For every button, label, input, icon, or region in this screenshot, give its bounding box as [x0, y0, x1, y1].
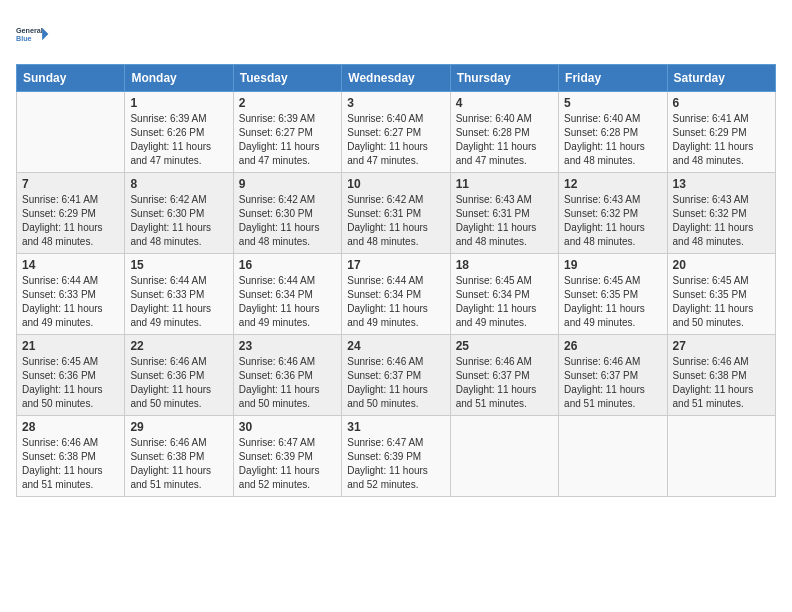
cell-content: Sunrise: 6:43 AM Sunset: 6:32 PM Dayligh…	[564, 193, 661, 249]
day-number: 27	[673, 339, 770, 353]
calendar-cell: 28Sunrise: 6:46 AM Sunset: 6:38 PM Dayli…	[17, 416, 125, 497]
day-number: 10	[347, 177, 444, 191]
header-day-saturday: Saturday	[667, 65, 775, 92]
calendar-header-row: SundayMondayTuesdayWednesdayThursdayFrid…	[17, 65, 776, 92]
cell-content: Sunrise: 6:46 AM Sunset: 6:37 PM Dayligh…	[564, 355, 661, 411]
day-number: 12	[564, 177, 661, 191]
calendar-cell: 3Sunrise: 6:40 AM Sunset: 6:27 PM Daylig…	[342, 92, 450, 173]
logo-icon: GeneralBlue	[16, 16, 52, 52]
calendar-week-3: 14Sunrise: 6:44 AM Sunset: 6:33 PM Dayli…	[17, 254, 776, 335]
cell-content: Sunrise: 6:46 AM Sunset: 6:36 PM Dayligh…	[239, 355, 336, 411]
calendar-cell: 7Sunrise: 6:41 AM Sunset: 6:29 PM Daylig…	[17, 173, 125, 254]
cell-content: Sunrise: 6:46 AM Sunset: 6:38 PM Dayligh…	[673, 355, 770, 411]
calendar-cell: 10Sunrise: 6:42 AM Sunset: 6:31 PM Dayli…	[342, 173, 450, 254]
day-number: 3	[347, 96, 444, 110]
calendar-cell: 14Sunrise: 6:44 AM Sunset: 6:33 PM Dayli…	[17, 254, 125, 335]
calendar-cell: 2Sunrise: 6:39 AM Sunset: 6:27 PM Daylig…	[233, 92, 341, 173]
cell-content: Sunrise: 6:39 AM Sunset: 6:27 PM Dayligh…	[239, 112, 336, 168]
day-number: 14	[22, 258, 119, 272]
day-number: 11	[456, 177, 553, 191]
day-number: 2	[239, 96, 336, 110]
cell-content: Sunrise: 6:46 AM Sunset: 6:37 PM Dayligh…	[456, 355, 553, 411]
day-number: 24	[347, 339, 444, 353]
cell-content: Sunrise: 6:42 AM Sunset: 6:31 PM Dayligh…	[347, 193, 444, 249]
day-number: 15	[130, 258, 227, 272]
calendar-cell: 21Sunrise: 6:45 AM Sunset: 6:36 PM Dayli…	[17, 335, 125, 416]
calendar-cell: 1Sunrise: 6:39 AM Sunset: 6:26 PM Daylig…	[125, 92, 233, 173]
calendar-cell	[559, 416, 667, 497]
page-header: GeneralBlue	[16, 16, 776, 52]
header-day-friday: Friday	[559, 65, 667, 92]
calendar-body: 1Sunrise: 6:39 AM Sunset: 6:26 PM Daylig…	[17, 92, 776, 497]
calendar-cell: 18Sunrise: 6:45 AM Sunset: 6:34 PM Dayli…	[450, 254, 558, 335]
cell-content: Sunrise: 6:44 AM Sunset: 6:33 PM Dayligh…	[130, 274, 227, 330]
calendar-cell: 17Sunrise: 6:44 AM Sunset: 6:34 PM Dayli…	[342, 254, 450, 335]
svg-text:General: General	[16, 26, 43, 35]
day-number: 9	[239, 177, 336, 191]
day-number: 26	[564, 339, 661, 353]
day-number: 28	[22, 420, 119, 434]
day-number: 4	[456, 96, 553, 110]
cell-content: Sunrise: 6:39 AM Sunset: 6:26 PM Dayligh…	[130, 112, 227, 168]
day-number: 21	[22, 339, 119, 353]
header-day-sunday: Sunday	[17, 65, 125, 92]
day-number: 7	[22, 177, 119, 191]
day-number: 19	[564, 258, 661, 272]
calendar-cell: 19Sunrise: 6:45 AM Sunset: 6:35 PM Dayli…	[559, 254, 667, 335]
calendar-week-4: 21Sunrise: 6:45 AM Sunset: 6:36 PM Dayli…	[17, 335, 776, 416]
cell-content: Sunrise: 6:41 AM Sunset: 6:29 PM Dayligh…	[22, 193, 119, 249]
header-day-thursday: Thursday	[450, 65, 558, 92]
calendar-table: SundayMondayTuesdayWednesdayThursdayFrid…	[16, 64, 776, 497]
day-number: 8	[130, 177, 227, 191]
day-number: 17	[347, 258, 444, 272]
calendar-week-2: 7Sunrise: 6:41 AM Sunset: 6:29 PM Daylig…	[17, 173, 776, 254]
cell-content: Sunrise: 6:44 AM Sunset: 6:34 PM Dayligh…	[239, 274, 336, 330]
day-number: 25	[456, 339, 553, 353]
cell-content: Sunrise: 6:47 AM Sunset: 6:39 PM Dayligh…	[347, 436, 444, 492]
cell-content: Sunrise: 6:43 AM Sunset: 6:32 PM Dayligh…	[673, 193, 770, 249]
svg-marker-2	[42, 28, 48, 41]
cell-content: Sunrise: 6:46 AM Sunset: 6:37 PM Dayligh…	[347, 355, 444, 411]
calendar-cell	[667, 416, 775, 497]
day-number: 16	[239, 258, 336, 272]
calendar-cell: 6Sunrise: 6:41 AM Sunset: 6:29 PM Daylig…	[667, 92, 775, 173]
calendar-cell: 22Sunrise: 6:46 AM Sunset: 6:36 PM Dayli…	[125, 335, 233, 416]
calendar-cell: 9Sunrise: 6:42 AM Sunset: 6:30 PM Daylig…	[233, 173, 341, 254]
day-number: 6	[673, 96, 770, 110]
cell-content: Sunrise: 6:45 AM Sunset: 6:35 PM Dayligh…	[564, 274, 661, 330]
cell-content: Sunrise: 6:43 AM Sunset: 6:31 PM Dayligh…	[456, 193, 553, 249]
day-number: 23	[239, 339, 336, 353]
cell-content: Sunrise: 6:45 AM Sunset: 6:36 PM Dayligh…	[22, 355, 119, 411]
header-day-wednesday: Wednesday	[342, 65, 450, 92]
cell-content: Sunrise: 6:46 AM Sunset: 6:38 PM Dayligh…	[130, 436, 227, 492]
header-day-tuesday: Tuesday	[233, 65, 341, 92]
svg-text:Blue: Blue	[16, 34, 32, 43]
calendar-cell: 4Sunrise: 6:40 AM Sunset: 6:28 PM Daylig…	[450, 92, 558, 173]
day-number: 1	[130, 96, 227, 110]
calendar-cell: 11Sunrise: 6:43 AM Sunset: 6:31 PM Dayli…	[450, 173, 558, 254]
calendar-cell: 30Sunrise: 6:47 AM Sunset: 6:39 PM Dayli…	[233, 416, 341, 497]
calendar-week-5: 28Sunrise: 6:46 AM Sunset: 6:38 PM Dayli…	[17, 416, 776, 497]
cell-content: Sunrise: 6:46 AM Sunset: 6:36 PM Dayligh…	[130, 355, 227, 411]
calendar-cell: 25Sunrise: 6:46 AM Sunset: 6:37 PM Dayli…	[450, 335, 558, 416]
day-number: 18	[456, 258, 553, 272]
calendar-cell: 15Sunrise: 6:44 AM Sunset: 6:33 PM Dayli…	[125, 254, 233, 335]
day-number: 13	[673, 177, 770, 191]
calendar-cell: 26Sunrise: 6:46 AM Sunset: 6:37 PM Dayli…	[559, 335, 667, 416]
cell-content: Sunrise: 6:47 AM Sunset: 6:39 PM Dayligh…	[239, 436, 336, 492]
cell-content: Sunrise: 6:44 AM Sunset: 6:33 PM Dayligh…	[22, 274, 119, 330]
calendar-cell: 8Sunrise: 6:42 AM Sunset: 6:30 PM Daylig…	[125, 173, 233, 254]
day-number: 31	[347, 420, 444, 434]
calendar-cell: 27Sunrise: 6:46 AM Sunset: 6:38 PM Dayli…	[667, 335, 775, 416]
calendar-cell	[17, 92, 125, 173]
day-number: 29	[130, 420, 227, 434]
calendar-cell: 5Sunrise: 6:40 AM Sunset: 6:28 PM Daylig…	[559, 92, 667, 173]
cell-content: Sunrise: 6:42 AM Sunset: 6:30 PM Dayligh…	[130, 193, 227, 249]
cell-content: Sunrise: 6:46 AM Sunset: 6:38 PM Dayligh…	[22, 436, 119, 492]
calendar-cell: 12Sunrise: 6:43 AM Sunset: 6:32 PM Dayli…	[559, 173, 667, 254]
cell-content: Sunrise: 6:44 AM Sunset: 6:34 PM Dayligh…	[347, 274, 444, 330]
calendar-cell	[450, 416, 558, 497]
cell-content: Sunrise: 6:45 AM Sunset: 6:34 PM Dayligh…	[456, 274, 553, 330]
cell-content: Sunrise: 6:41 AM Sunset: 6:29 PM Dayligh…	[673, 112, 770, 168]
cell-content: Sunrise: 6:45 AM Sunset: 6:35 PM Dayligh…	[673, 274, 770, 330]
